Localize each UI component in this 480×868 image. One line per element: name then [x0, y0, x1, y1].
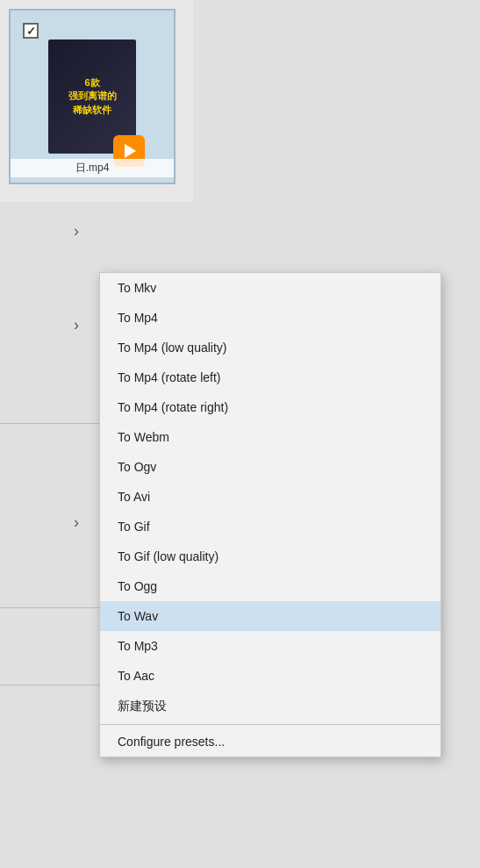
play-triangle-icon: [125, 144, 136, 158]
file-checkbox[interactable]: [23, 23, 39, 39]
menu-item-to-mp4-rotate-right[interactable]: To Mp4 (rotate right): [100, 392, 441, 422]
menu-item-to-mp4-low[interactable]: To Mp4 (low quality): [100, 333, 441, 362]
menu-item-to-aac[interactable]: To Aac: [100, 661, 441, 691]
menu-item-to-gif[interactable]: To Gif: [100, 512, 441, 542]
menu-item-to-mkv[interactable]: To Mkv: [100, 273, 441, 303]
menu-item-to-mp3[interactable]: To Mp3: [100, 631, 441, 661]
menu-item-to-wav[interactable]: To Wav: [100, 601, 441, 631]
sidebar-arrow-1[interactable]: ›: [63, 218, 90, 244]
menu-item-to-ogg[interactable]: To Ogg: [100, 571, 441, 601]
context-menu: To MkvTo Mp4To Mp4 (low quality)To Mp4 (…: [99, 272, 441, 757]
sidebar-divider-2: [0, 607, 111, 608]
sidebar-divider-3: [0, 685, 111, 685]
menu-item-configure-presets[interactable]: Configure presets...: [100, 727, 441, 757]
sidebar-arrow-3[interactable]: ›: [63, 509, 90, 535]
book-cover: 6款 强到离谱的 稀缺软件: [48, 39, 136, 154]
file-area: 6款 强到离谱的 稀缺软件 日.mp4: [0, 0, 193, 202]
sidebar-arrow-2[interactable]: ›: [63, 312, 90, 338]
file-name-label: 日.mp4: [11, 159, 174, 177]
file-thumbnail[interactable]: 6款 强到离谱的 稀缺软件 日.mp4: [9, 9, 176, 184]
menu-item-new-preset[interactable]: 新建预设: [100, 691, 441, 722]
menu-item-to-mp4-rotate-left[interactable]: To Mp4 (rotate left): [100, 362, 441, 392]
menu-item-to-webm[interactable]: To Webm: [100, 422, 441, 452]
menu-item-to-gif-low[interactable]: To Gif (low quality): [100, 542, 441, 571]
book-title: 6款 强到离谱的 稀缺软件: [65, 73, 120, 120]
menu-item-to-mp4[interactable]: To Mp4: [100, 303, 441, 333]
menu-separator: [100, 724, 441, 725]
sidebar-divider-1: [0, 423, 111, 424]
menu-item-to-avi[interactable]: To Avi: [100, 482, 441, 512]
menu-item-to-ogv[interactable]: To Ogv: [100, 452, 441, 482]
